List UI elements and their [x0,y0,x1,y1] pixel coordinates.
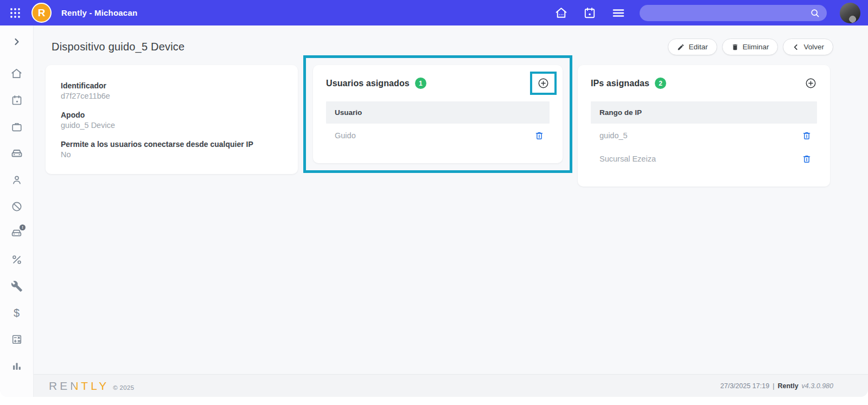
delete-button[interactable]: Eliminar [722,38,778,55]
chevron-right-icon [11,36,22,47]
table-row: Guido [326,124,550,147]
brand-accent-letters: TLY [81,380,109,393]
wrench-icon [11,280,23,292]
search-bar [640,5,827,21]
rently-logo[interactable]: R [31,3,52,23]
dollar-icon: $ [14,307,20,318]
back-button-label: Volver [803,43,824,51]
main-content: Dispositivo guido_5 Device Editar Elimin… [34,25,868,397]
add-user-button[interactable] [537,77,550,89]
user-avatar[interactable] [840,3,860,23]
footer-app-name: Rently [777,382,798,390]
remove-user-button[interactable] [534,131,544,140]
edit-button[interactable]: Editar [668,38,717,55]
block-icon [11,201,23,213]
topbar-right [553,3,860,23]
user-name: Guido [335,131,356,140]
apps-grid-icon[interactable] [8,5,23,21]
field-value: guido_5 Device [61,121,283,130]
alert-badge: ! [20,224,25,230]
sidebar-item-discounts[interactable] [0,246,33,273]
sidebar-item-customers[interactable] [0,166,33,193]
brand-n-letter: N [70,380,81,393]
app-title: Rently - Michoacan [61,8,137,17]
sidebar-item-blocked[interactable] [0,193,33,220]
page-title: Dispositivo guido_5 Device [52,41,184,53]
search-icon[interactable] [808,7,821,20]
field-value: No [61,150,283,159]
table-row: guido_5 [591,124,817,147]
sidebar-item-vehicles[interactable] [0,140,33,166]
table-row: Sucursal Ezeiza [591,147,817,170]
sidebar-item-calendar[interactable] [0,87,33,113]
device-field: Permite a los usuarios conectarse desde … [61,140,283,159]
sidebar-expand-toggle[interactable] [10,33,23,50]
footer: RENTLY © 2025 27/3/2025 17:19 | Rently v… [34,374,868,397]
copyright: © 2025 [113,384,134,391]
highlight-box-plus [530,72,557,95]
topbar: R Rently - Michoacan [0,0,868,25]
card-title: IPs asignadas [591,79,649,88]
ip-range-name: Sucursal Ezeiza [599,155,656,163]
add-ip-button[interactable] [805,77,817,89]
calendar-icon [11,94,23,106]
trash-icon [802,154,812,164]
count-badge: 2 [655,78,666,89]
highlight-box: Usuarios asignados 1 Usuario [303,55,572,173]
field-label: Permite a los usuarios conectarse desde … [61,140,283,149]
sidebar-item-accounting[interactable] [0,326,33,352]
rently-wordmark: RENTLY [49,380,109,393]
menu-icon[interactable] [610,5,627,21]
remove-ip-button[interactable] [802,154,812,164]
footer-timestamp: 27/3/2025 17:19 [720,382,769,390]
bar-chart-icon [11,360,23,372]
logo-letter: R [38,7,46,19]
ips-column-header: Rango de IP [591,101,817,124]
device-field: Identificador d7f27ce11b6e [61,81,283,100]
assigned-users-card: Usuarios asignados 1 Usuario [313,65,563,163]
car-alert-icon: ! [10,227,23,239]
ip-range-name: guido_5 [599,131,628,140]
device-info-card: Identificador d7f27ce11b6e Apodo guido_5… [46,65,298,174]
card-title: Usuarios asignados [326,79,410,88]
home-icon[interactable] [553,5,569,21]
plus-circle-icon [537,77,550,89]
person-icon [11,174,23,186]
calendar-icon[interactable] [582,5,597,21]
edit-button-label: Editar [688,43,707,51]
assigned-ips-card: IPs asignadas 2 Rango de IP guido_5 [578,65,830,187]
sidebar-item-vehicle-alerts[interactable]: ! [0,220,33,246]
sidebar-item-home[interactable] [0,60,33,87]
sidebar-item-reports[interactable] [0,352,33,379]
home-icon [10,67,23,80]
trash-icon [731,43,739,51]
trash-icon [534,131,544,140]
briefcase-icon [11,121,23,133]
plus-circle-icon [805,77,817,89]
search-input[interactable] [648,9,808,17]
users-column-header: Usuario [326,101,550,124]
sidebar: ! $ [0,25,34,397]
apps-grid-glyph [9,7,22,20]
remove-ip-button[interactable] [802,131,812,140]
page-actions: Editar Eliminar Volver [668,38,833,55]
field-label: Identificador [61,81,283,90]
field-value: d7f27ce11b6e [61,92,283,100]
count-badge: 1 [415,78,426,89]
sidebar-item-billing[interactable]: $ [0,299,33,326]
delete-button-label: Eliminar [743,43,769,51]
footer-version: v4.3.0.980 [802,382,833,390]
sidebar-item-maintenance[interactable] [0,273,33,299]
car-icon [10,147,23,160]
chevron-left-icon [792,43,800,51]
calculator-icon [11,333,23,345]
field-label: Apodo [61,111,283,119]
sidebar-item-briefcase[interactable] [0,113,33,140]
trash-icon [802,131,812,140]
app-window: R Rently - Michoacan [0,0,868,397]
brand-gray-letters: RE [49,380,70,393]
pencil-icon [677,43,685,51]
device-field: Apodo guido_5 Device [61,111,283,130]
back-button[interactable]: Volver [783,38,833,55]
percent-icon [11,254,23,266]
